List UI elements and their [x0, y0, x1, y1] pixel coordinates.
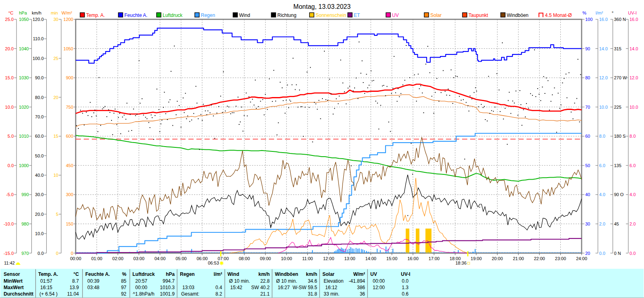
svg-text:10.0: 10.0 [630, 105, 638, 110]
svg-text:100: 100 [585, 17, 592, 22]
svg-text:1200: 1200 [64, 17, 73, 22]
svg-text:l/m²: l/m² [596, 10, 603, 15]
svg-text:11:00: 11:00 [302, 256, 313, 261]
svg-text:60.0: 60.0 [35, 134, 43, 139]
svg-text:10.0: 10.0 [599, 105, 608, 110]
svg-text:50: 50 [585, 163, 590, 168]
svg-text:10:00: 10:00 [281, 256, 292, 261]
svg-text:31.8: 31.8 [308, 291, 318, 297]
svg-text:00:39: 00:39 [87, 278, 99, 284]
svg-text:%: % [122, 271, 126, 277]
svg-text:Luftdruck: Luftdruck [132, 271, 155, 277]
svg-text:1.3: 1.3 [402, 285, 409, 290]
svg-text:Ø 10 min.: Ø 10 min. [276, 278, 297, 284]
svg-text:-41.894: -41.894 [349, 278, 365, 284]
svg-text:180 S: 180 S [614, 134, 626, 139]
svg-text:Elevation: Elevation [324, 278, 343, 284]
svg-text:Wind: Wind [227, 271, 239, 277]
svg-text:85: 85 [121, 278, 127, 284]
svg-text:360 N: 360 N [614, 17, 626, 22]
svg-text:0.0: 0.0 [402, 278, 409, 284]
svg-text:Regen: Regen [180, 271, 195, 277]
svg-text:15:42: 15:42 [230, 285, 242, 290]
svg-text:25: 25 [54, 56, 58, 61]
svg-text:Ø 10 min.: Ø 10 min. [229, 278, 250, 284]
svg-text:10: 10 [54, 173, 58, 178]
svg-text:02:00: 02:00 [112, 256, 124, 261]
svg-text:0.0: 0.0 [37, 251, 43, 256]
svg-text:SW 40.2: SW 40.2 [251, 285, 270, 290]
svg-text:ET: ET [354, 12, 360, 18]
svg-text:km/h: km/h [32, 10, 41, 15]
svg-text:17:00: 17:00 [429, 256, 440, 261]
svg-text:01:00: 01:00 [91, 256, 103, 261]
svg-text:30: 30 [585, 221, 590, 226]
svg-text:2.0: 2.0 [630, 221, 636, 226]
svg-text:01:57: 01:57 [40, 278, 52, 284]
svg-text:8.2: 8.2 [215, 291, 222, 297]
svg-text:min: min [51, 10, 58, 15]
svg-text:11.04: 11.04 [67, 291, 79, 297]
svg-text:22.8: 22.8 [260, 278, 270, 284]
svg-text:Solar: Solar [430, 12, 442, 18]
svg-text:1000: 1000 [19, 163, 29, 168]
svg-text:40.0: 40.0 [35, 173, 43, 178]
svg-text:80: 80 [585, 75, 590, 80]
svg-text:20: 20 [585, 251, 590, 256]
svg-text:°C: °C [74, 271, 79, 277]
svg-text:34.6: 34.6 [308, 278, 318, 284]
svg-text:21.1: 21.1 [260, 291, 270, 297]
svg-text:20:00: 20:00 [492, 256, 503, 261]
svg-text:40: 40 [585, 192, 590, 197]
svg-text:hPa: hPa [19, 10, 27, 15]
svg-text:1030: 1030 [19, 75, 29, 80]
svg-text:36: 36 [360, 291, 365, 297]
svg-text:04:00: 04:00 [155, 256, 166, 261]
svg-text:Windböen: Windböen [275, 271, 298, 277]
svg-text:8.0: 8.0 [599, 134, 605, 139]
svg-text:90 O: 90 O [614, 192, 624, 197]
svg-text:Taupunkt: Taupunkt [469, 12, 488, 18]
svg-text:14:00: 14:00 [365, 256, 376, 261]
svg-text:hPa: hPa [166, 271, 175, 277]
svg-text:(+ 6.54 ): (+ 6.54 ) [39, 291, 58, 297]
svg-text:14.0: 14.0 [599, 46, 608, 51]
svg-text:W-SW 59.5: W-SW 59.5 [293, 285, 317, 290]
svg-text:92: 92 [121, 291, 127, 297]
svg-text:Gesamt:: Gesamt: [181, 291, 199, 297]
svg-text:980: 980 [21, 221, 29, 226]
svg-text:0.6: 0.6 [402, 291, 409, 297]
svg-text:5: 5 [56, 212, 58, 217]
svg-text:20:57: 20:57 [135, 278, 147, 284]
svg-text:00:00: 00:00 [135, 285, 147, 290]
svg-text:18:36: 18:36 [455, 261, 466, 265]
svg-text:970: 970 [21, 251, 29, 256]
svg-text:1001.9: 1001.9 [160, 291, 175, 297]
svg-text:15:00: 15:00 [386, 256, 398, 261]
svg-text:14.0: 14.0 [630, 46, 638, 51]
svg-text:386: 386 [357, 285, 365, 290]
svg-text:Sensor: Sensor [4, 271, 20, 277]
svg-text:8.7: 8.7 [72, 278, 79, 284]
svg-text:0: 0 [71, 251, 73, 256]
svg-text:10.0: 10.0 [35, 231, 43, 236]
svg-text:60: 60 [585, 134, 590, 139]
svg-text:12.0: 12.0 [599, 75, 608, 80]
svg-text:13:00: 13:00 [344, 256, 355, 261]
svg-text:270 W: 270 W [614, 75, 627, 80]
svg-text:0: 0 [56, 251, 58, 256]
svg-text:90.0: 90.0 [35, 75, 43, 80]
svg-text:15: 15 [54, 134, 58, 139]
svg-text:UV: UV [370, 271, 377, 277]
svg-text:16:12: 16:12 [325, 285, 337, 290]
svg-text:Montag, 13.03.2023: Montag, 13.03.2023 [293, 3, 351, 10]
svg-text:km/h: km/h [258, 271, 270, 277]
svg-text:UV-I: UV-I [628, 10, 636, 15]
svg-text:03:00: 03:00 [133, 256, 144, 261]
svg-text:Feuchte A.: Feuchte A. [124, 12, 147, 18]
svg-text:45: 45 [614, 221, 619, 226]
svg-text:Regen: Regen [201, 12, 215, 18]
svg-text:21:00: 21:00 [513, 256, 524, 261]
svg-text:l/m²: l/m² [214, 271, 222, 277]
svg-text:70: 70 [585, 105, 590, 110]
